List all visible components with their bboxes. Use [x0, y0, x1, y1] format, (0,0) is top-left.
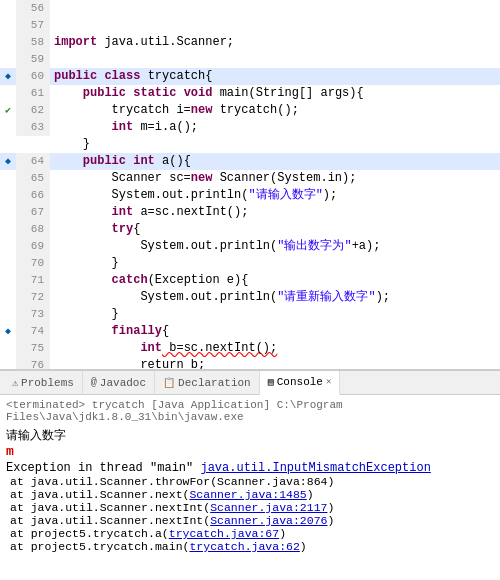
line-number: 63	[16, 119, 50, 136]
line-content: import java.util.Scanner;	[50, 34, 500, 51]
javadoc-icon: @	[91, 377, 97, 388]
token: Scanner(System.in);	[212, 171, 356, 185]
line-content: }	[50, 306, 500, 323]
token: );	[376, 290, 390, 304]
gutter-icon: ◆	[0, 153, 16, 170]
code-line: 75 int b=sc.nextInt();	[0, 340, 500, 357]
token	[54, 341, 140, 355]
line-number: 62	[16, 102, 50, 119]
line-number: 72	[16, 289, 50, 306]
line-number: 57	[16, 17, 50, 34]
line-content: int m=i.a();	[50, 119, 500, 136]
line-content: public static void main(String[] args){	[50, 85, 500, 102]
token: "输出数字为"	[277, 239, 351, 253]
code-line: 72 System.out.println("请重新输入数字");	[0, 289, 500, 306]
code-line: 70 }	[0, 255, 500, 272]
token: m=i.a();	[133, 120, 198, 134]
error-exception-link[interactable]: java.util.InputMismatchException	[200, 461, 430, 475]
line-number: 60	[16, 68, 50, 85]
token: {	[162, 324, 169, 338]
tab-problems[interactable]: ⚠ Problems	[4, 371, 83, 395]
console-error-header: Exception in thread "main" java.util.Inp…	[6, 461, 494, 475]
stack-link[interactable]: trycatch.java:62	[189, 540, 299, 553]
terminated-text: <terminated> trycatch [Java Application]…	[6, 399, 343, 423]
token	[176, 86, 183, 100]
token: return b;	[140, 358, 205, 370]
stack-trace: at java.util.Scanner.throwFor(Scanner.ja…	[6, 475, 494, 553]
terminated-line: <terminated> trycatch [Java Application]…	[6, 399, 494, 423]
line-content: finally{	[50, 323, 500, 340]
console-close-x[interactable]: ✕	[326, 376, 331, 387]
token: b=sc.nextInt();	[162, 341, 277, 355]
line-content: public class trycatch{	[50, 68, 500, 85]
console-m-marker: m	[6, 444, 494, 459]
stack-line: at java.util.Scanner.nextInt(Scanner.jav…	[6, 514, 494, 527]
tab-javadoc-label: Javadoc	[100, 377, 146, 389]
tab-declaration[interactable]: 📋 Declaration	[155, 371, 260, 395]
stack-line: at java.util.Scanner.throwFor(Scanner.ja…	[6, 475, 494, 488]
line-content: return b;	[50, 357, 500, 370]
token	[54, 120, 112, 134]
token: class	[104, 69, 140, 83]
token: System.	[54, 290, 191, 304]
line-number: 71	[16, 272, 50, 289]
code-line: 69 System.out.println("输出数字为"+a);	[0, 238, 500, 255]
token: out	[191, 290, 213, 304]
token: }	[54, 137, 90, 151]
line-number: 69	[16, 238, 50, 255]
token: import	[54, 35, 97, 49]
token: Scanner sc=	[54, 171, 191, 185]
stack-line: at java.util.Scanner.next(Scanner.java:1…	[6, 488, 494, 501]
token	[54, 358, 140, 370]
code-editor[interactable]: 565758import java.util.Scanner;59◆60publ…	[0, 0, 500, 370]
gutter-icon: ◆	[0, 323, 16, 340]
line-content: }	[50, 255, 500, 272]
line-content: trycatch i=new trycatch();	[50, 102, 500, 119]
problems-icon: ⚠	[12, 377, 18, 389]
token: .println(	[212, 290, 277, 304]
console-icon: ▤	[268, 376, 274, 388]
token: trycatch();	[212, 103, 298, 117]
code-line: 61 public static void main(String[] args…	[0, 85, 500, 102]
token: try	[54, 222, 133, 236]
stack-link[interactable]: Scanner.java:2117	[210, 501, 327, 514]
code-line: 68 try{	[0, 221, 500, 238]
token: out	[191, 239, 213, 253]
code-line: }	[0, 136, 500, 153]
code-line: 58import java.util.Scanner;	[0, 34, 500, 51]
token: java.util.Scanner;	[97, 35, 234, 49]
tab-console[interactable]: ▤ Console ✕	[260, 371, 341, 395]
code-line: 76 return b;	[0, 357, 500, 370]
line-content: try{	[50, 221, 500, 238]
stack-link[interactable]: Scanner.java:1485	[189, 488, 306, 501]
token: out	[162, 188, 184, 202]
line-number: 75	[16, 340, 50, 357]
console-output: <terminated> trycatch [Java Application]…	[0, 395, 500, 580]
code-line: 66 System.out.println("请输入数字");	[0, 187, 500, 204]
stack-link[interactable]: trycatch.java:67	[169, 527, 279, 540]
line-content: System.out.println("请输入数字");	[50, 187, 500, 204]
console-input-echo: 请输入数字	[6, 427, 494, 444]
stack-link[interactable]: Scanner.java:2076	[210, 514, 327, 527]
token	[54, 205, 112, 219]
tab-javadoc[interactable]: @ Javadoc	[83, 371, 155, 395]
token: int	[112, 120, 134, 134]
line-number: 59	[16, 51, 50, 68]
line-number: 56	[16, 0, 50, 17]
token: "请重新输入数字"	[277, 290, 375, 304]
token: "请输入数字"	[248, 188, 322, 202]
bottom-panel: ⚠ Problems @ Javadoc 📋 Declaration ▤ Con…	[0, 370, 500, 580]
token: trycatch{	[140, 69, 212, 83]
tab-bar: ⚠ Problems @ Javadoc 📋 Declaration ▤ Con…	[0, 371, 500, 395]
token: int	[140, 341, 162, 355]
token: int	[133, 154, 155, 168]
token: +a);	[352, 239, 381, 253]
token: trycatch i=	[54, 103, 191, 117]
line-number: 76	[16, 357, 50, 370]
line-number: 67	[16, 204, 50, 221]
line-number: 74	[16, 323, 50, 340]
stack-line: at project5.trycatch.a(trycatch.java:67)	[6, 527, 494, 540]
line-number: 64	[16, 153, 50, 170]
error-prefix: Exception in thread "main"	[6, 461, 200, 475]
token: public	[54, 69, 97, 83]
